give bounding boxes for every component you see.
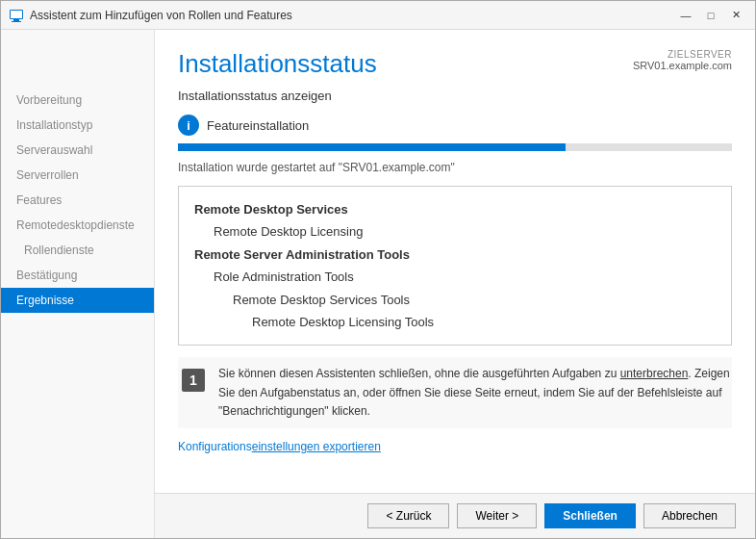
sidebar-item-rollendienste: Rollendienste [1,238,154,263]
info-icon: i [178,115,199,136]
maximize-button[interactable]: □ [699,6,722,25]
feature-item-4: Remote Desktop Services Tools [194,289,716,311]
minimize-button[interactable]: — [674,6,697,25]
svg-rect-1 [13,19,19,21]
cancel-button[interactable]: Abbrechen [643,503,736,528]
feature-box: Remote Desktop Services Remote Desktop L… [178,186,732,346]
feature-item-5: Remote Desktop Licensing Tools [194,311,716,333]
app-icon [9,8,24,23]
footer: < Zurück Weiter > Schließen Abbrechen [155,493,755,538]
sidebar-item-installationstyp: Installationstyp [1,113,154,138]
server-label: ZIELSERVER [633,49,732,60]
sidebar-item-features: Features [1,188,154,213]
svg-rect-3 [11,11,22,18]
server-info: ZIELSERVER SRV01.example.com [633,49,732,71]
close-button[interactable]: Schließen [544,503,636,528]
next-button[interactable]: Weiter > [457,503,537,528]
notice-text: Sie können diesen Assistenten schließen,… [218,365,732,421]
close-window-button[interactable]: ✕ [724,6,747,25]
feature-installation-label: Featureinstallation [207,118,309,133]
window-controls: — □ ✕ [674,6,747,25]
notice-icon: 1 [178,365,209,396]
notice-text-content: Sie können diesen Assistenten schließen,… [218,367,730,417]
main-panel: Installationsstatus ZIELSERVER SRV01.exa… [155,30,755,538]
content-area: Vorbereitung Installationstyp Serverausw… [1,30,755,538]
sidebar-item-ergebnisse[interactable]: Ergebnisse [1,288,154,313]
back-button[interactable]: < Zurück [367,503,449,528]
export-link-text: Konfigurationseinstellungen exportieren [178,440,381,453]
header: Installationsstatus ZIELSERVER SRV01.exa… [155,30,755,89]
svg-rect-2 [12,21,21,22]
notice-icon-inner: 1 [182,369,205,392]
section-title: Installationsstatus anzeigen [178,89,732,103]
sidebar-item-serverrollen: Serverrollen [1,163,154,188]
install-message: Installation wurde gestartet auf "SRV01.… [178,161,732,174]
export-link[interactable]: Konfigurationseinstellungen exportieren [178,440,381,453]
progress-bar-container [178,143,732,151]
sidebar-item-vorbereitung: Vorbereitung [1,88,154,113]
notice-box: 1 Sie können diesen Assistenten schließe… [178,357,732,428]
info-row: i Featureinstallation [178,115,732,136]
feature-item-1: Remote Desktop Licensing [194,220,716,243]
server-name: SRV01.example.com [633,60,732,71]
sidebar-item-bestaetigung: Bestätigung [1,263,154,288]
progress-bar-fill [178,143,566,151]
feature-item-0: Remote Desktop Services [194,198,716,220]
feature-item-2: Remote Server Administration Tools [194,244,716,266]
sidebar-item-serverauswahl: Serverauswahl [1,138,154,163]
window-title: Assistent zum Hinzufügen von Rollen und … [30,9,674,22]
window: Assistent zum Hinzufügen von Rollen und … [0,0,756,539]
sidebar: Vorbereitung Installationstyp Serverausw… [1,30,155,538]
feature-item-3: Role Administration Tools [194,266,716,288]
sidebar-item-remotedesktopdienste: Remotedesktopdienste [1,213,154,238]
page-title: Installationsstatus [178,49,377,79]
title-bar: Assistent zum Hinzufügen von Rollen und … [1,1,755,30]
main-content: Installationsstatus anzeigen i Featurein… [155,89,755,493]
